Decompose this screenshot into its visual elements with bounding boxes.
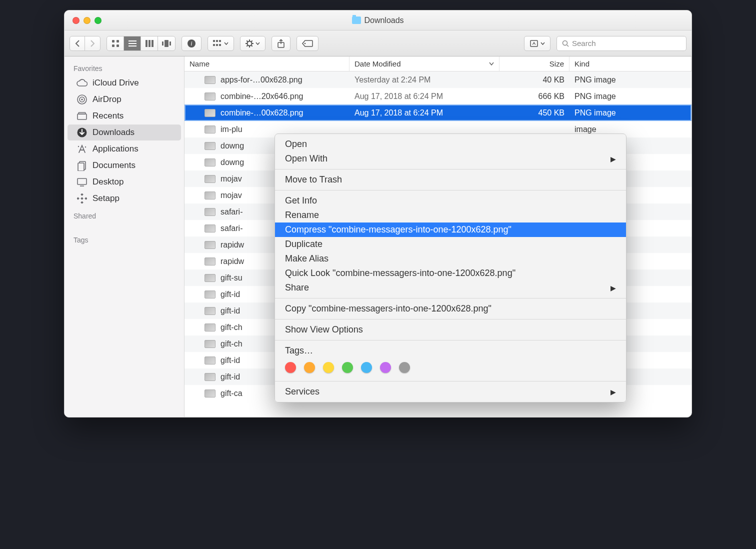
file-thumbnail-icon — [204, 274, 216, 282]
tag-color-dot[interactable] — [380, 362, 391, 373]
window-title-text: Downloads — [364, 16, 404, 25]
desktop-icon — [76, 176, 88, 188]
cm-share[interactable]: Share ▶ — [275, 280, 626, 295]
minimize-button[interactable] — [84, 17, 90, 24]
cm-open-with[interactable]: Open With ▶ — [275, 152, 626, 166]
dropbox-button[interactable] — [524, 36, 550, 51]
file-size: 666 KB — [500, 92, 570, 101]
sidebar-item-setapp[interactable]: Setapp — [68, 190, 181, 206]
svg-rect-32 — [530, 40, 538, 46]
column-view-button[interactable] — [141, 36, 158, 50]
tag-color-dot[interactable] — [285, 362, 296, 373]
cm-quick-look[interactable]: Quick Look "combine-messagers-into-one-1… — [275, 266, 626, 280]
cm-make-alias[interactable]: Make Alias — [275, 252, 626, 266]
list-view-button[interactable] — [124, 36, 141, 50]
column-name[interactable]: Name — [184, 56, 350, 71]
cm-tags-label: Tags… — [275, 344, 626, 358]
svg-rect-9 — [152, 40, 154, 47]
tag-color-dot[interactable] — [342, 362, 353, 373]
svg-point-21 — [248, 41, 252, 46]
file-kind: PNG image — [570, 76, 692, 84]
gallery-view-button[interactable] — [158, 36, 175, 50]
cm-get-info[interactable]: Get Info — [275, 194, 626, 208]
file-name: gift-ca — [220, 389, 242, 398]
file-thumbnail-icon — [204, 142, 216, 150]
file-thumbnail-icon — [204, 126, 216, 134]
share-button[interactable] — [272, 36, 290, 51]
svg-line-28 — [246, 45, 248, 46]
sidebar-header-tags: Tags — [64, 231, 184, 246]
file-thumbnail-icon — [204, 290, 216, 298]
sidebar-item-documents[interactable]: Documents — [68, 158, 181, 174]
sidebar: Favorites iCloud DriveAirDropRecentsDown… — [64, 56, 184, 417]
tag-color-dot[interactable] — [323, 362, 334, 373]
file-thumbnail-icon — [204, 390, 216, 398]
file-thumbnail-icon — [204, 224, 216, 232]
airdrop-icon — [76, 94, 88, 105]
chevron-right-icon: ▶ — [610, 155, 616, 163]
svg-rect-3 — [116, 44, 119, 47]
back-button[interactable] — [70, 36, 85, 50]
file-name: combine-…20x646.png — [220, 92, 303, 101]
forward-button[interactable] — [85, 36, 100, 50]
search-field[interactable]: Search — [556, 36, 686, 51]
file-thumbnail-icon — [204, 356, 216, 364]
file-name: mojav — [220, 191, 242, 200]
file-date: Yesterday at 2:24 PM — [350, 76, 500, 84]
sidebar-item-applications[interactable]: Applications — [68, 141, 181, 157]
group-button[interactable] — [208, 36, 234, 51]
sidebar-item-label: Setapp — [92, 194, 120, 204]
svg-rect-4 — [128, 40, 136, 42]
sidebar-item-icloud-drive[interactable]: iCloud Drive — [68, 75, 181, 91]
svg-rect-6 — [128, 46, 136, 46]
close-button[interactable] — [72, 17, 80, 24]
cm-duplicate[interactable]: Duplicate — [275, 237, 626, 252]
icon-view-button[interactable] — [107, 36, 124, 50]
file-name: mojav — [220, 174, 242, 184]
cm-services[interactable]: Services ▶ — [275, 384, 626, 399]
column-date-modified[interactable]: Date Modified — [350, 56, 500, 71]
svg-line-29 — [252, 40, 252, 42]
sidebar-item-airdrop[interactable]: AirDrop — [68, 92, 181, 108]
cm-move-to-trash[interactable]: Move to Trash — [275, 172, 626, 187]
column-size[interactable]: Size — [500, 56, 570, 71]
cm-compress[interactable]: Compress "combine-messagers-into-one-120… — [275, 222, 626, 237]
table-row[interactable]: combine-…20x646.pngAug 17, 2018 at 6:24 … — [184, 88, 692, 104]
chevron-right-icon: ▶ — [610, 284, 616, 292]
cm-rename[interactable]: Rename — [275, 208, 626, 222]
tag-color-dot[interactable] — [399, 362, 410, 373]
column-kind[interactable]: Kind — [570, 56, 692, 71]
finder-window: Downloads i — [64, 10, 692, 418]
table-row[interactable]: apps-for-…00x628.pngYesterday at 2:24 PM… — [184, 72, 692, 88]
file-thumbnail-icon — [204, 175, 216, 183]
file-name: apps-for-…00x628.png — [220, 76, 302, 84]
sidebar-item-downloads[interactable]: Downloads — [68, 124, 181, 140]
svg-point-34 — [563, 40, 568, 45]
info-button[interactable]: i — [182, 36, 202, 51]
svg-rect-1 — [116, 40, 119, 42]
file-thumbnail-icon — [204, 192, 216, 200]
file-name: gift-id — [220, 306, 240, 316]
table-row[interactable]: combine-…00x628.pngAug 17, 2018 at 6:24 … — [184, 104, 692, 121]
cm-separator — [275, 298, 626, 298]
circle-down-arrow-icon — [76, 127, 88, 138]
context-menu: Open Open With ▶ Move to Trash Get Info … — [274, 134, 626, 402]
file-thumbnail-icon — [204, 158, 216, 166]
svg-rect-20 — [219, 44, 221, 46]
sidebar-item-recents[interactable]: Recents — [68, 108, 181, 124]
zoom-button[interactable] — [94, 17, 102, 24]
chevron-down-icon — [540, 42, 545, 45]
sidebar-item-desktop[interactable]: Desktop — [68, 174, 181, 190]
svg-rect-16 — [216, 40, 218, 42]
nav-back-forward — [70, 36, 100, 51]
cm-copy[interactable]: Copy "combine-messagers-into-one-1200x62… — [275, 302, 626, 316]
action-button[interactable] — [240, 36, 266, 51]
tags-button[interactable] — [296, 36, 318, 51]
tag-color-dot[interactable] — [361, 362, 372, 373]
svg-point-43 — [85, 146, 86, 148]
toolbar: i — [64, 30, 692, 56]
cm-show-view-options[interactable]: Show View Options — [275, 322, 626, 337]
file-name: gift-id — [220, 290, 240, 299]
tag-color-dot[interactable] — [304, 362, 315, 373]
cm-open[interactable]: Open — [275, 137, 626, 152]
